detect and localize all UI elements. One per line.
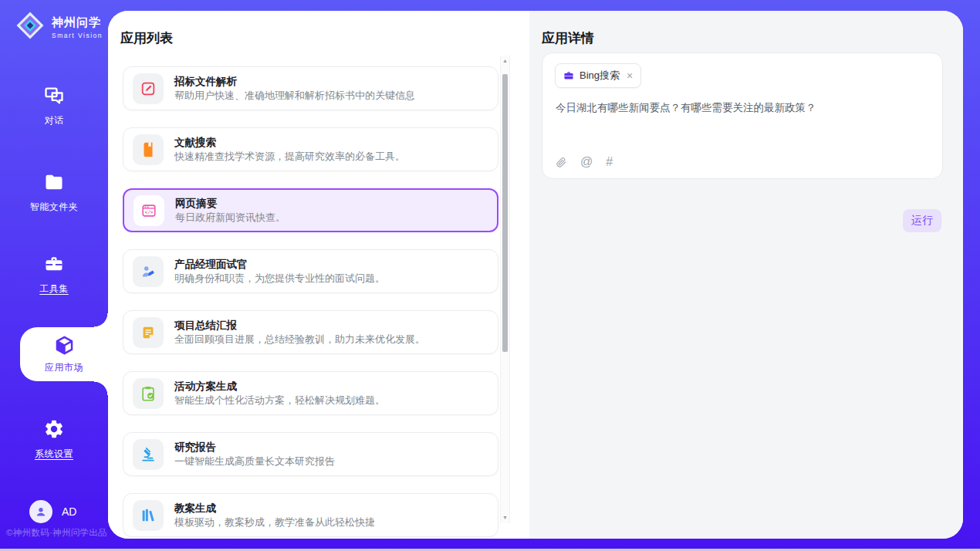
- prompt-input[interactable]: 今日湖北有哪些新闻要点？有哪些需要关注的最新政策？: [556, 101, 927, 115]
- cube-icon: [20, 335, 108, 359]
- app-card-project-summary[interactable]: 项目总结汇报 全面回顾项目进展，总结经验教训，助力未来优化发展。: [123, 310, 498, 354]
- app-card-literature-search[interactable]: 文献搜索 快速精准查找学术资源，提高研究效率的必备工具。: [123, 127, 498, 171]
- scrollbar-thumb[interactable]: [502, 74, 508, 352]
- microscope-icon: [133, 439, 164, 470]
- tool-tag-bing-search[interactable]: Bing搜索 ×: [555, 63, 641, 88]
- scroll-up-icon[interactable]: ▲: [501, 57, 509, 65]
- sidebar-item-settings[interactable]: 系统设置: [0, 418, 108, 461]
- brand-tagline: Smart Vision: [52, 32, 103, 39]
- tab-fillet-top: [94, 313, 108, 327]
- run-button[interactable]: 运行: [903, 209, 941, 232]
- prompt-toolbar: @ #: [556, 156, 613, 168]
- sidebar-item-smart-folder[interactable]: 智能文件夹: [0, 171, 108, 214]
- hash-icon[interactable]: #: [606, 156, 613, 168]
- brand-logo: 神州问学 Smart Vision: [14, 9, 103, 45]
- app-card-web-summary[interactable]: </> 网页摘要 每日政府新闻资讯快查。: [123, 188, 498, 232]
- sidebar-item-chat[interactable]: 对话: [0, 85, 108, 127]
- gem-icon: [14, 9, 46, 45]
- notes-icon: [133, 317, 164, 348]
- svg-text:</>: </>: [145, 209, 154, 215]
- app-list-scrollbar[interactable]: ▲ ▼: [500, 56, 510, 523]
- sidebar-item-label: 系统设置: [0, 448, 108, 461]
- sidebar-item-label: 工具集: [0, 282, 108, 296]
- sidebar-item-label: 对话: [0, 114, 108, 127]
- gear-icon: [0, 418, 108, 443]
- tool-tag-label: Bing搜索: [580, 69, 620, 83]
- document-edit-icon: [133, 73, 164, 104]
- app-card-research-report[interactable]: 研究报告 一键智能生成高质量长文本研究报告: [123, 432, 498, 476]
- app-detail-title: 应用详情: [542, 29, 594, 47]
- toolbox-icon: [0, 253, 108, 278]
- mention-icon[interactable]: @: [580, 156, 593, 168]
- scroll-down-icon[interactable]: ▼: [501, 514, 509, 522]
- clipboard-check-icon: [133, 378, 164, 409]
- app-card-event-plan[interactable]: 活动方案生成 智能生成个性化活动方案，轻松解决规划难题。: [123, 371, 498, 415]
- remove-tool-icon[interactable]: ×: [627, 69, 633, 82]
- sidebar-item-toolset[interactable]: 工具集: [0, 253, 108, 296]
- app-detail-pane: 应用详情 Bing搜索 × 今日湖北有哪些新闻要点？有哪些需要关注的最新政策？: [529, 11, 963, 539]
- briefcase-icon: [563, 70, 574, 81]
- user-avatar[interactable]: AD: [29, 500, 76, 523]
- paperclip-icon[interactable]: [556, 157, 567, 168]
- person-icon: [29, 500, 52, 523]
- brand-name: 神州问学: [52, 15, 103, 30]
- app-card-bid-parse[interactable]: 招标文件解析 帮助用户快速、准确地理解和解析招标书中的关键信息: [123, 66, 498, 110]
- tab-fillet-bottom: [94, 381, 108, 395]
- browser-code-icon: </>: [133, 195, 164, 226]
- app-list-pane: 应用列表 招标文件解析 帮助用户快速、准确地理解和解析招标书中的关键信息: [108, 11, 529, 539]
- copyright-text: ©神州数码·神州问学出品: [6, 527, 110, 539]
- books-icon: [133, 500, 164, 531]
- app-list-title: 应用列表: [120, 29, 173, 47]
- app-card-pm-interviewer[interactable]: 产品经理面试官 明确身份和职责，为您提供专业性的面试问题。: [123, 249, 498, 293]
- sidebar-item-label: 智能文件夹: [0, 201, 108, 214]
- user-initials: AD: [62, 505, 76, 518]
- interview-icon: [133, 256, 164, 287]
- chat-icon: [0, 85, 108, 110]
- folder-icon: [0, 171, 108, 196]
- main-panel: 应用列表 招标文件解析 帮助用户快速、准确地理解和解析招标书中的关键信息: [108, 11, 963, 539]
- prompt-card: Bing搜索 × 今日湖北有哪些新闻要点？有哪些需要关注的最新政策？ @ #: [542, 52, 943, 179]
- book-icon: [133, 134, 164, 165]
- sidebar: 神州问学 Smart Vision 对话 智能文件夹: [0, 0, 108, 551]
- sidebar-item-label: 应用市场: [20, 361, 108, 374]
- app-card-lesson-plan[interactable]: 教案生成 模板驱动，教案秒成，教学准备从此轻松快捷: [123, 493, 498, 537]
- sidebar-item-app-market[interactable]: 应用市场: [20, 327, 108, 381]
